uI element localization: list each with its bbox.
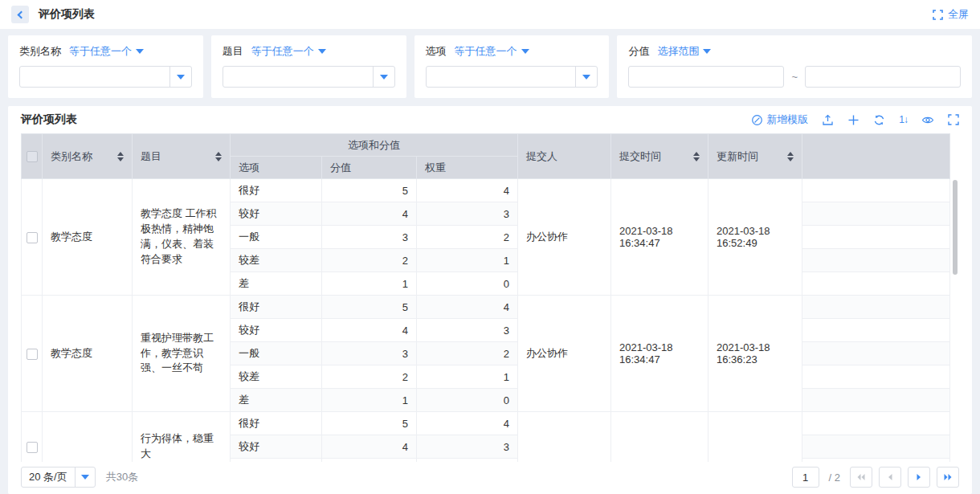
page-fullscreen-button[interactable]: 全屏 — [933, 7, 969, 22]
category-select[interactable] — [19, 66, 192, 88]
column-header-weight: 权重 — [417, 157, 518, 179]
table-row: 行为得体，稳重大很好54 — [22, 412, 950, 435]
column-label: 题目 — [141, 149, 161, 164]
sort-icon[interactable] — [787, 152, 794, 161]
row-checkbox[interactable] — [27, 442, 38, 453]
filter-operator-dropdown[interactable]: 选择范围 — [657, 44, 711, 59]
data-table: 类别名称 题目 选项和分值 提交人 提交时间 更新时间 — [21, 133, 959, 462]
select-value — [223, 67, 373, 87]
back-button[interactable] — [11, 6, 29, 23]
plus-icon[interactable] — [847, 114, 860, 126]
filter-card-score: 分值 选择范围 ~ — [617, 35, 972, 98]
column-header-question[interactable]: 题目 — [133, 134, 231, 179]
last-page-button[interactable] — [937, 467, 959, 488]
select-dropdown-button[interactable] — [169, 67, 191, 87]
current-page-input[interactable] — [792, 467, 819, 488]
category-cell: 教学态度 — [43, 179, 133, 296]
page-size-select[interactable]: 20 条/页 — [21, 467, 96, 488]
select-value — [427, 67, 576, 87]
filter-operator-label: 等于任意一个 — [69, 44, 132, 59]
weight-cell: 1 — [417, 249, 518, 272]
score-max-input[interactable] — [805, 66, 961, 88]
column-header-empty — [802, 134, 950, 179]
question-cell: 行为得体，稳重大 — [133, 412, 231, 463]
question-select[interactable] — [223, 66, 395, 88]
empty-cell — [802, 202, 950, 226]
category-cell: 教学态度 — [43, 296, 133, 412]
total-count-label: 共30条 — [106, 470, 138, 484]
table-card: 评价项列表 新增模版 — [8, 106, 972, 494]
pager: / 2 — [792, 467, 959, 488]
option-select[interactable] — [426, 66, 598, 88]
score-cell: 4 — [322, 202, 417, 226]
empty-cell — [802, 179, 950, 202]
caret-down-icon — [81, 475, 89, 480]
add-template-button[interactable]: 新增模版 — [751, 112, 808, 127]
empty-cell — [802, 389, 950, 412]
submitter-cell: 办公协作 — [518, 296, 611, 412]
weight-cell: 0 — [417, 272, 518, 296]
score-cell: 4 — [322, 435, 417, 459]
caret-down-icon — [318, 49, 326, 54]
row-checkbox[interactable] — [27, 232, 38, 243]
filter-label: 选项 — [426, 44, 447, 59]
table-row: 教学态度教学态度 工作积极热情，精神饱满，仪表、着装符合要求很好54办公协作20… — [22, 179, 950, 202]
export-icon[interactable] — [822, 114, 834, 126]
table-title: 评价项列表 — [21, 112, 77, 127]
page-title: 评价项列表 — [39, 7, 95, 22]
vertical-scrollbar[interactable] — [953, 180, 958, 275]
question-cell: 重视护理带教工作，教学意识强、一丝不苟 — [133, 296, 231, 412]
score-cell: 3 — [322, 226, 417, 249]
submit-time-cell: 2021-03-18 16:34:47 — [611, 296, 708, 412]
option-cell: 一般 — [231, 226, 322, 249]
empty-cell — [802, 319, 950, 342]
caret-down-icon — [703, 49, 711, 54]
option-cell: 差 — [231, 272, 322, 296]
select-dropdown-button[interactable] — [75, 467, 95, 487]
prev-page-button[interactable] — [879, 467, 901, 488]
weight-cell: 0 — [417, 389, 518, 412]
next-page-button[interactable] — [908, 467, 930, 488]
fullscreen-label: 全屏 — [948, 7, 969, 22]
option-cell: 很好 — [231, 179, 322, 202]
filter-operator-label: 等于任意一个 — [251, 44, 314, 59]
column-header-submit-time[interactable]: 提交时间 — [611, 134, 708, 179]
table-fullscreen-icon[interactable] — [948, 114, 959, 125]
row-checkbox[interactable] — [27, 349, 38, 360]
template-icon — [751, 114, 763, 126]
column-header-category[interactable]: 类别名称 — [43, 134, 133, 179]
filter-operator-dropdown[interactable]: 等于任意一个 — [251, 44, 326, 59]
sort-icon[interactable] — [215, 152, 222, 161]
filter-operator-dropdown[interactable]: 等于任意一个 — [455, 44, 529, 59]
refresh-icon[interactable] — [873, 114, 885, 126]
empty-cell — [802, 226, 950, 249]
empty-cell — [802, 272, 950, 296]
select-dropdown-button[interactable] — [373, 67, 394, 87]
select-all-checkbox[interactable] — [27, 151, 38, 162]
first-page-button[interactable] — [850, 467, 872, 488]
evaluation-table: 类别名称 题目 选项和分值 提交人 提交时间 更新时间 — [21, 133, 950, 462]
weight-cell: 3 — [417, 202, 518, 226]
option-cell: 较好 — [231, 202, 322, 226]
eye-icon[interactable] — [921, 114, 934, 126]
sort-icon[interactable] — [693, 152, 700, 161]
pagination-bar: 20 条/页 共30条 / 2 — [21, 467, 959, 488]
filter-operator-label: 等于任意一个 — [455, 44, 517, 59]
submit-time-cell — [611, 412, 708, 463]
empty-cell — [802, 435, 950, 459]
score-min-input[interactable] — [628, 66, 784, 88]
table-card-header: 评价项列表 新增模版 — [21, 108, 959, 132]
caret-down-icon — [177, 75, 185, 80]
filter-label: 题目 — [223, 44, 243, 59]
empty-cell — [802, 296, 950, 319]
score-cell: 4 — [322, 319, 417, 342]
sort-icon[interactable] — [117, 152, 124, 161]
fullscreen-icon — [933, 10, 943, 20]
select-dropdown-button[interactable] — [575, 67, 597, 87]
column-header-update-time[interactable]: 更新时间 — [708, 134, 802, 179]
score-cell: 5 — [322, 412, 417, 435]
filter-operator-dropdown[interactable]: 等于任意一个 — [69, 44, 144, 59]
score-cell: 1 — [322, 272, 417, 296]
sort-order-icon[interactable]: 1↓ — [899, 114, 908, 125]
option-cell: 较差 — [231, 249, 322, 272]
